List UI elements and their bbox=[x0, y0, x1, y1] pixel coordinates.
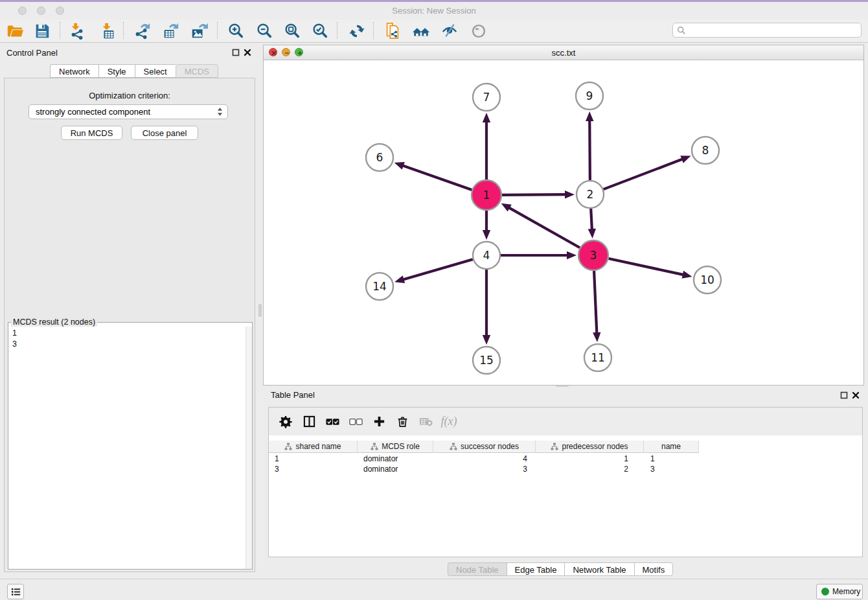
optimization-criterion-value: strongly connected component bbox=[29, 107, 217, 117]
tab-style[interactable]: Style bbox=[98, 64, 135, 78]
zoom-fit-icon[interactable] bbox=[282, 21, 302, 41]
mcds-result-box[interactable]: MCDS result (2 nodes) 1 3 bbox=[8, 317, 253, 570]
search-icon bbox=[677, 26, 686, 35]
graph-node-label-6: 6 bbox=[376, 151, 383, 164]
home-icon[interactable] bbox=[411, 21, 431, 41]
import-table-icon[interactable] bbox=[98, 21, 118, 41]
graph-edge-3-10[interactable] bbox=[608, 259, 685, 275]
graph-arrowhead bbox=[593, 332, 600, 342]
clone-network-icon[interactable] bbox=[383, 21, 402, 41]
hierarchy-icon bbox=[284, 443, 292, 450]
hide-panels-icon[interactable] bbox=[440, 21, 459, 41]
network-canvas[interactable]: 1234678910111415 bbox=[264, 60, 863, 385]
deselect-all-icon[interactable] bbox=[344, 412, 367, 432]
graph-arrowhead bbox=[394, 275, 405, 283]
zoom-selected-icon[interactable] bbox=[310, 21, 330, 41]
float-panel-icon[interactable] bbox=[232, 49, 240, 56]
search-field[interactable] bbox=[689, 25, 861, 36]
column-header-mcds-role[interactable]: MCDS role bbox=[358, 441, 433, 453]
tab-motifs[interactable]: Motifs bbox=[634, 562, 674, 576]
task-history-button[interactable] bbox=[7, 584, 24, 599]
memory-button[interactable]: Memory bbox=[816, 584, 863, 599]
vertical-divider-grip[interactable] bbox=[258, 304, 262, 317]
table-settings-gear-icon[interactable] bbox=[274, 412, 297, 432]
search-input[interactable] bbox=[672, 23, 862, 38]
graph-edge-1-2[interactable] bbox=[502, 194, 567, 195]
export-image-icon[interactable] bbox=[189, 21, 209, 41]
toolbar-separator bbox=[123, 22, 124, 39]
graph-edge-2-9[interactable] bbox=[589, 119, 590, 180]
show-columns-icon[interactable] bbox=[297, 412, 321, 432]
open-session-icon[interactable] bbox=[5, 21, 25, 41]
tab-network[interactable]: Network bbox=[50, 64, 98, 78]
status-bar: Memory bbox=[0, 579, 868, 600]
toolbar-separator bbox=[60, 22, 60, 39]
function-builder-icon: f(x) bbox=[437, 412, 461, 432]
tab-select[interactable]: Select bbox=[135, 64, 176, 78]
cell-shared-name: 3 bbox=[269, 464, 358, 474]
graph-arrowhead bbox=[483, 230, 490, 240]
table-panel-buttons bbox=[840, 391, 860, 399]
cell-successor-nodes: 4 bbox=[433, 454, 536, 464]
column-header-predecessor-nodes[interactable]: predecessor nodes bbox=[536, 441, 644, 453]
tab-mcds[interactable]: MCDS bbox=[176, 64, 218, 78]
graph-node-label-2: 2 bbox=[587, 188, 594, 201]
export-table-icon[interactable] bbox=[161, 21, 180, 41]
network-window-title: scc.txt bbox=[264, 48, 863, 58]
control-panel-tabs: Network Style Select MCDS bbox=[50, 64, 218, 78]
close-panel-icon[interactable] bbox=[244, 49, 251, 56]
export-network-icon[interactable] bbox=[132, 21, 152, 41]
column-header-shared-name[interactable]: shared name bbox=[269, 441, 358, 453]
eye-icon[interactable] bbox=[469, 21, 488, 41]
optimization-criterion-label: Optimization criterion: bbox=[4, 91, 255, 100]
cell-mcds-role: dominator bbox=[358, 464, 433, 474]
tab-node-table[interactable]: Node Table bbox=[448, 562, 507, 576]
save-session-icon[interactable] bbox=[32, 21, 52, 41]
list-icon bbox=[11, 587, 21, 597]
tab-network-table[interactable]: Network Table bbox=[564, 562, 634, 576]
mcds-result-lines: 1 3 bbox=[12, 328, 17, 350]
graph-edge-1-6[interactable] bbox=[401, 165, 472, 190]
delete-table-icon bbox=[414, 412, 437, 432]
graph-edge-3-11[interactable] bbox=[594, 271, 597, 335]
result-scrollbar[interactable] bbox=[246, 327, 252, 569]
graph-node-label-10: 10 bbox=[700, 273, 714, 286]
zoom-out-icon[interactable] bbox=[255, 21, 274, 41]
run-mcds-button[interactable]: Run MCDS bbox=[61, 126, 122, 140]
add-column-icon[interactable] bbox=[367, 412, 391, 432]
close-panel-button[interactable]: Close panel bbox=[131, 126, 198, 140]
float-table-panel-icon[interactable] bbox=[840, 391, 848, 399]
table-row[interactable]: 3 dominator 3 2 3 bbox=[269, 464, 699, 474]
graph-node-label-11: 11 bbox=[591, 351, 605, 364]
graph-edge-3-1[interactable] bbox=[507, 207, 580, 248]
graph-node-label-15: 15 bbox=[479, 354, 494, 367]
close-table-panel-icon[interactable] bbox=[852, 391, 860, 399]
graph-arrowhead bbox=[680, 156, 691, 163]
import-network-icon[interactable] bbox=[67, 21, 87, 41]
result-line: 1 bbox=[12, 328, 17, 339]
toolbar-separator bbox=[373, 22, 374, 39]
network-window-titlebar[interactable]: scc.txt bbox=[264, 45, 863, 60]
column-header-name[interactable]: name bbox=[644, 441, 699, 453]
zoom-in-icon[interactable] bbox=[226, 21, 246, 41]
graph-arrowhead bbox=[682, 271, 692, 279]
graph-edge-4-14[interactable] bbox=[402, 259, 473, 280]
refresh-network-icon[interactable] bbox=[347, 21, 367, 41]
graph-edge-2-3[interactable] bbox=[591, 209, 592, 231]
delete-column-icon[interactable] bbox=[391, 412, 414, 432]
toolbar-separator bbox=[217, 22, 218, 39]
hierarchy-icon bbox=[450, 443, 457, 450]
optimization-criterion-select[interactable]: strongly connected component bbox=[29, 104, 228, 119]
column-header-successor-nodes[interactable]: successor nodes bbox=[433, 441, 536, 453]
select-all-icon[interactable] bbox=[321, 412, 344, 432]
graph-arrowhead bbox=[586, 111, 593, 121]
mcds-result-title: MCDS result (2 nodes) bbox=[11, 317, 97, 327]
graph-node-label-7: 7 bbox=[483, 91, 490, 104]
graph-arrowhead bbox=[394, 162, 405, 170]
tab-edge-table[interactable]: Edge Table bbox=[507, 562, 565, 576]
graph-edge-2-8[interactable] bbox=[604, 158, 685, 189]
cell-name: 1 bbox=[644, 454, 699, 464]
toolbar-separator bbox=[337, 22, 337, 39]
cell-shared-name: 1 bbox=[269, 454, 358, 464]
table-row[interactable]: 1 dominator 4 1 1 bbox=[269, 454, 699, 464]
